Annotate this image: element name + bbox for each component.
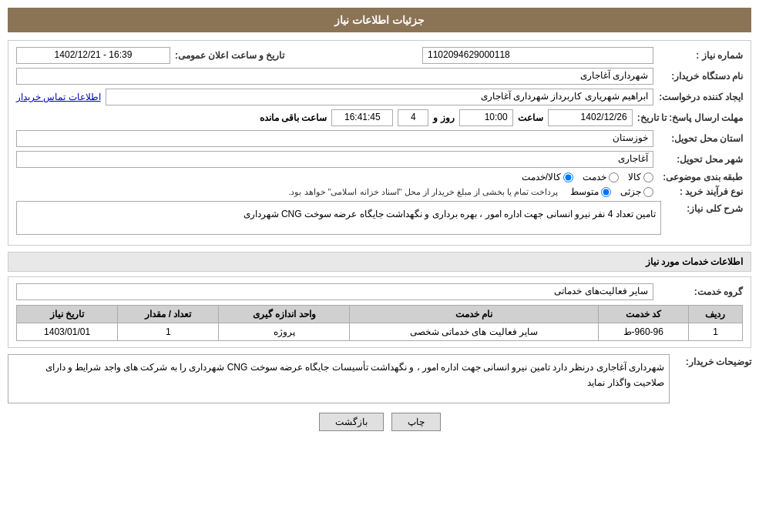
ijad-konande-label: ایجاد کننده درخواست:: [658, 92, 743, 102]
grooh-label: گروه خدمت:: [658, 286, 743, 297]
ostan-label: استان محل تحویل:: [658, 133, 743, 144]
col-code: کد خدمت: [598, 306, 688, 323]
shahr-label: شهر محل تحویل:: [658, 154, 743, 165]
tarikh-elan-value: 1402/12/21 - 16:39: [16, 47, 170, 64]
khadamat-label: خدمت: [583, 172, 606, 182]
mohlat-label: مهلت ارسال پاسخ: تا تاریخ:: [637, 112, 743, 123]
cell-unit: پروژه: [219, 323, 350, 341]
chap-button[interactable]: چاپ: [391, 413, 441, 431]
col-unit: واحد اندازه گیری: [219, 306, 350, 323]
saat-value: 10:00: [459, 109, 513, 126]
services-table: ردیف کد خدمت نام خدمت واحد اندازه گیری ت…: [16, 305, 743, 341]
kala-khadamat-label: کالا/خدمت: [522, 172, 561, 182]
saat-label: ساعت: [518, 112, 543, 123]
cell-code: 960-96-ط: [598, 323, 688, 341]
cell-name: سایر فعالیت های خدماتی شخصی: [350, 323, 598, 341]
sharh-value: تامین تعداد 4 نفر نیرو انسانی جهت اداره …: [16, 201, 661, 235]
col-date: تاریخ نیاز: [17, 306, 118, 323]
table-row: 1960-96-طسایر فعالیت های خدماتی شخصیپروژ…: [17, 323, 743, 341]
sharh-label: شرح کلی نیاز:: [666, 201, 743, 214]
cell-count: 1: [118, 323, 219, 341]
shahr-value: آغاجاری: [16, 151, 653, 168]
col-radif: ردیف: [688, 306, 742, 323]
cell-radif: 1: [688, 323, 742, 341]
mande-label: ساعت باقی مانده: [260, 112, 327, 123]
tabaqe-label: طبقه بندی موضوعی:: [658, 172, 743, 182]
page-title: جزئیات اطلاعات نیاز: [8, 8, 751, 32]
kala-label: کالا: [628, 172, 641, 182]
tozihat-label: توضیحات خریدار:: [674, 354, 751, 367]
roz-label: روز و: [433, 112, 454, 123]
radio-jazei[interactable]: [643, 187, 653, 197]
bazgasht-button[interactable]: بازگشت: [319, 413, 384, 431]
button-row: چاپ بازگشت: [8, 413, 751, 431]
grooh-value: سایر فعالیت‌های خدماتی: [16, 283, 653, 300]
col-count: تعداد / مقدار: [118, 306, 219, 323]
tabaqe-radio-group: کالا خدمت کالا/خدمت: [522, 172, 653, 182]
farayand-desc: پرداخت تمام یا بخشی از مبلغ خریدار از مح…: [288, 187, 558, 197]
col-name: نام خدمت: [350, 306, 598, 323]
shomara-niaz-label: شماره نیاز :: [658, 50, 743, 61]
motavaset-label: متوسط: [570, 186, 599, 197]
tozihat-value: شهرداری آغاجاری درنظر دارد تامین نیرو ان…: [8, 354, 670, 403]
radio-kala[interactable]: [643, 172, 653, 182]
tarikh-elan-label: تاریخ و ساعت اعلان عمومی:: [175, 50, 284, 61]
radio-motavaset[interactable]: [601, 187, 611, 197]
ostan-value: خوزستان: [16, 130, 653, 147]
ijad-konande-value: ابراهیم شهریاری کاربرداز شهرداری آغاجاری: [106, 89, 653, 105]
mande-value: 16:41:45: [331, 109, 393, 126]
services-section-title: اطلاعات خدمات مورد نیاز: [8, 252, 751, 272]
radio-kala-khadamat[interactable]: [563, 172, 573, 182]
cell-date: 1403/01/01: [17, 323, 118, 341]
etelaat-tamas-link[interactable]: اطلاعات تماس خریدار: [16, 92, 101, 102]
tarikh-value: 1402/12/26: [548, 109, 633, 126]
nam-dastgah-value: شهرداری آغاجاری: [16, 68, 653, 85]
nam-dastgah-label: نام دستگاه خریدار:: [658, 71, 743, 82]
farayand-radio-group: جزئی متوسط: [570, 186, 653, 197]
nooe-farayand-label: نوع فرآیند خرید :: [658, 186, 743, 197]
jazei-label: جزئی: [620, 186, 641, 197]
roz-value: 4: [398, 109, 428, 126]
radio-khadamat[interactable]: [609, 172, 619, 182]
shomara-niaz-value: 1102094629000118: [422, 47, 653, 64]
